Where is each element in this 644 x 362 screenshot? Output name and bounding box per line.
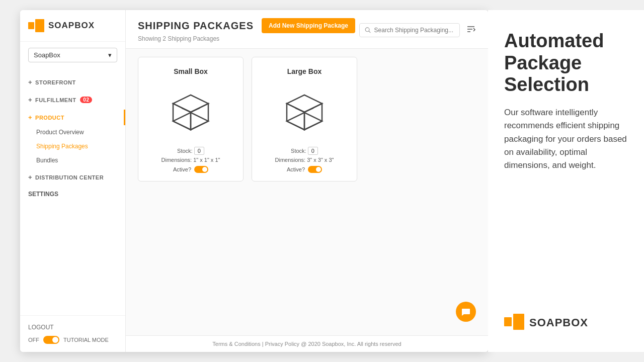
svg-rect-1 bbox=[35, 19, 44, 32]
page-title: SHIPPING PACKAGES bbox=[138, 20, 254, 32]
search-icon bbox=[365, 27, 371, 34]
svg-line-3 bbox=[369, 31, 370, 33]
right-panel-logo-text: SOAPBOX bbox=[529, 316, 588, 329]
svg-rect-0 bbox=[28, 22, 34, 29]
sidebar-item-product[interactable]: + PRODUCT bbox=[20, 110, 125, 125]
toggle-knob bbox=[52, 337, 58, 343]
svg-line-11 bbox=[182, 108, 191, 112]
main-content: SHIPPING PACKAGES Add New Shipping Packa… bbox=[126, 10, 488, 352]
box-icon-large bbox=[277, 83, 332, 139]
logout-link[interactable]: LOGOUT bbox=[28, 324, 117, 331]
sidebar-item-storefront[interactable]: + STOREFRONT bbox=[20, 74, 125, 90]
box-icon-small bbox=[163, 83, 218, 139]
nav-section-distribution: + DISTRIBUTION CENTER bbox=[20, 169, 125, 185]
add-shipping-package-button[interactable]: Add New Shipping Package bbox=[262, 18, 355, 33]
main-header: SHIPPING PACKAGES Add New Shipping Packa… bbox=[126, 10, 488, 49]
svg-line-17 bbox=[295, 108, 304, 112]
plus-icon: + bbox=[28, 173, 32, 181]
chat-fab-button[interactable] bbox=[456, 302, 476, 322]
sidebar-item-distribution-center[interactable]: + DISTRIBUTION CENTER bbox=[20, 169, 125, 185]
active-bar bbox=[124, 110, 125, 125]
plus-icon: + bbox=[28, 78, 32, 86]
sidebar-bottom: LOGOUT OFF TUTORIAL MODE bbox=[20, 315, 125, 352]
right-panel-logo: SOAPBOX bbox=[504, 314, 628, 332]
plus-icon: + bbox=[28, 96, 32, 104]
tutorial-on-label: TUTORIAL MODE bbox=[63, 337, 109, 343]
svg-marker-14 bbox=[287, 95, 322, 112]
package-info: Stock: 0 Dimensions: 3" x 3" x 3" Active… bbox=[260, 147, 349, 173]
dimensions-row: Dimensions: 3" x 3" x 3" bbox=[260, 157, 349, 163]
soapbox-logo-icon bbox=[28, 19, 44, 32]
sidebar-item-settings[interactable]: SETTINGS bbox=[20, 187, 125, 201]
sidebar-item-shipping-packages[interactable]: Shipping Packages bbox=[20, 139, 125, 153]
svg-marker-8 bbox=[173, 95, 208, 112]
sort-icon[interactable] bbox=[466, 24, 476, 36]
plus-icon: + bbox=[28, 114, 32, 121]
tutorial-toggle-switch[interactable] bbox=[43, 336, 59, 344]
stock-row: Stock: 0 bbox=[260, 147, 349, 155]
soapbox-logo-icon-right bbox=[504, 314, 524, 332]
package-name: Small Box bbox=[174, 67, 208, 75]
header-right bbox=[359, 23, 476, 37]
main-footer: Terms & Conditions | Privacy Policy @ 20… bbox=[126, 335, 488, 352]
package-name: Large Box bbox=[287, 67, 321, 75]
sidebar-item-fulfillment[interactable]: + FULFILLMENT 02 bbox=[20, 92, 125, 108]
sidebar-item-product-overview[interactable]: Product Overview bbox=[20, 125, 125, 139]
nav-section-fulfillment: + FULFILLMENT 02 bbox=[20, 92, 125, 108]
packages-grid: Small Box bbox=[138, 57, 476, 182]
active-toggle-large-box[interactable] bbox=[308, 166, 322, 173]
svg-rect-20 bbox=[513, 314, 524, 330]
sidebar-logo: SOAPBOX bbox=[20, 10, 125, 42]
sidebar-dropdown[interactable]: SoapBox ▾ bbox=[28, 48, 117, 62]
packages-area: Small Box bbox=[126, 49, 488, 335]
package-card-small-box[interactable]: Small Box bbox=[138, 57, 244, 182]
stock-row: Stock: 0 bbox=[146, 147, 235, 155]
sidebar-item-bundles[interactable]: Bundles bbox=[20, 153, 125, 167]
toggle-knob bbox=[316, 167, 321, 172]
right-panel-heading: Automated Package Selection bbox=[504, 30, 628, 96]
right-panel-body: Our software intelligently recommends ef… bbox=[504, 106, 628, 172]
search-box[interactable] bbox=[359, 23, 460, 37]
svg-rect-19 bbox=[504, 317, 512, 326]
dimensions-row: Dimensions: 1" x 1" x 1" bbox=[146, 157, 235, 163]
sidebar-logo-text: SOAPBOX bbox=[48, 21, 95, 31]
search-input[interactable] bbox=[374, 27, 454, 34]
footer-wrapper: Terms & Conditions | Privacy Policy @ 20… bbox=[126, 335, 488, 352]
active-toggle-small-box[interactable] bbox=[194, 166, 208, 173]
page-title-row: SHIPPING PACKAGES Add New Shipping Packa… bbox=[138, 18, 355, 33]
tutorial-mode-toggle[interactable]: OFF TUTORIAL MODE bbox=[28, 336, 117, 344]
svg-line-12 bbox=[191, 108, 200, 112]
right-panel: Automated Package Selection Our software… bbox=[488, 10, 644, 352]
toggle-knob bbox=[202, 167, 207, 172]
chevron-down-icon: ▾ bbox=[108, 51, 112, 59]
sidebar-nav: + STOREFRONT + FULFILLMENT 02 + PRODUCT bbox=[20, 68, 125, 315]
package-card-large-box[interactable]: Large Box Stock: 0 bbox=[252, 57, 357, 182]
sidebar: SOAPBOX SoapBox ▾ + STOREFRONT + FULFILL… bbox=[20, 10, 126, 352]
header-left: SHIPPING PACKAGES Add New Shipping Packa… bbox=[138, 18, 355, 42]
svg-line-18 bbox=[304, 108, 313, 112]
active-row: Active? bbox=[146, 166, 235, 173]
active-row: Active? bbox=[260, 166, 349, 173]
showing-text: Showing 2 Shipping Packages bbox=[138, 35, 355, 42]
package-info: Stock: 0 Dimensions: 1" x 1" x 1" Active… bbox=[146, 147, 235, 173]
nav-section-product: + PRODUCT Product Overview Shipping Pack… bbox=[20, 110, 125, 167]
tutorial-off-label: OFF bbox=[28, 337, 39, 343]
nav-section-storefront: + STOREFRONT bbox=[20, 74, 125, 90]
